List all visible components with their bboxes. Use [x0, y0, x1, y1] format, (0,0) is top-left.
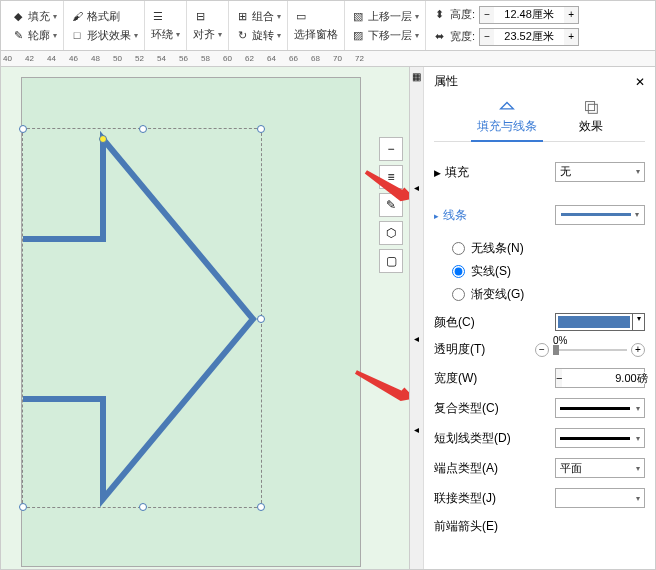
fill-button[interactable]: ◆填充▾	[11, 9, 57, 24]
arrow-shape[interactable]	[23, 139, 253, 499]
group-button[interactable]: ⊞组合▾	[235, 9, 281, 24]
send-backward-button[interactable]: ▨下移一层▾	[351, 28, 419, 43]
brush-icon: 🖌	[70, 9, 84, 23]
pane-icon: ▭	[294, 9, 308, 23]
wrap-button[interactable]: ☰	[151, 9, 180, 23]
cap-label: 端点类型(A)	[434, 460, 555, 477]
panel-title: 属性	[434, 73, 458, 90]
resize-handle-sw[interactable]	[19, 503, 27, 511]
transparency-slider[interactable]: − 0% +	[535, 343, 645, 357]
width-decrease-button[interactable]: −	[480, 29, 494, 45]
arrow-head-label: 前端箭头(E)	[434, 518, 645, 535]
height-increase-button[interactable]: +	[564, 7, 578, 23]
resize-handle-ne[interactable]	[257, 125, 265, 133]
effects-icon: □	[70, 28, 84, 42]
svg-rect-0	[585, 102, 594, 111]
group-icon: ⊞	[235, 9, 249, 23]
resize-handle-nw[interactable]	[19, 125, 27, 133]
width-value[interactable]	[494, 31, 564, 43]
fill-type-select[interactable]: 无▾	[555, 162, 645, 182]
panel-strip-arrow-icon[interactable]: ◂	[414, 333, 419, 344]
resize-handle-n[interactable]	[139, 125, 147, 133]
width-input[interactable]: − +	[479, 28, 579, 46]
transparency-label: 透明度(T)	[434, 341, 535, 358]
tab-effects[interactable]: 效果	[573, 96, 609, 137]
dash-label: 短划线类型(D)	[434, 430, 555, 447]
height-input[interactable]: − +	[479, 6, 579, 24]
effects-icon	[582, 98, 600, 116]
line-type-radios: 无线条(N) 实线(S) 渐变线(G)	[434, 240, 645, 303]
text-tool-button[interactable]: ▢	[379, 249, 403, 273]
format-painter-button[interactable]: 🖌格式刷	[70, 9, 138, 24]
dash-type-select[interactable]: ▾	[555, 428, 645, 448]
width-label: 宽度:	[450, 29, 475, 44]
compound-type-select[interactable]: ▾	[555, 398, 645, 418]
panel-sidebar: ▦ ◂ ◂ ◂	[410, 67, 424, 569]
compound-label: 复合类型(C)	[434, 400, 555, 417]
align-icon: ⊟	[193, 9, 207, 23]
radio-gradient-line[interactable]: 渐变线(G)	[452, 286, 645, 303]
resize-handle-e[interactable]	[257, 315, 265, 323]
forward-icon: ▧	[351, 9, 365, 23]
shape-effects-button[interactable]: □形状效果▾	[70, 28, 138, 43]
transparency-decrease[interactable]: −	[535, 343, 549, 357]
shape-tool-button[interactable]: ⬡	[379, 221, 403, 245]
align-button[interactable]: ⊟	[193, 9, 222, 23]
panel-strip-arrow-icon[interactable]: ◂	[414, 424, 419, 435]
panel-strip-icon[interactable]: ▦	[412, 71, 421, 82]
fill-section-header[interactable]: ▶填充	[434, 164, 469, 181]
page	[21, 77, 361, 567]
bring-forward-button[interactable]: ▧上移一层▾	[351, 9, 419, 24]
close-icon[interactable]: ✕	[635, 75, 645, 89]
cap-type-select[interactable]: 平面▾	[555, 458, 645, 478]
join-type-select[interactable]: ▾	[555, 488, 645, 508]
color-label: 颜色(C)	[434, 314, 555, 331]
collapse-button[interactable]: −	[379, 137, 403, 161]
height-label: 高度:	[450, 7, 475, 22]
pen-icon: ✎	[11, 28, 25, 42]
resize-handle-se[interactable]	[257, 503, 265, 511]
tab-fill-line[interactable]: 填充与线条	[471, 96, 543, 142]
rotate-button[interactable]: ↻旋转▾	[235, 28, 281, 43]
shape-selection[interactable]	[22, 128, 262, 508]
width-icon: ⬌	[432, 30, 446, 44]
height-decrease-button[interactable]: −	[480, 7, 494, 23]
line-width-spinner[interactable]: − +	[555, 368, 645, 388]
height-value[interactable]	[494, 9, 564, 21]
transparency-increase[interactable]: +	[631, 343, 645, 357]
radio-no-line[interactable]: 无线条(N)	[452, 240, 645, 257]
outline-button[interactable]: ✎轮廓▾	[11, 28, 57, 43]
adjust-handle[interactable]	[99, 135, 107, 143]
annotation-arrow-icon	[351, 367, 409, 407]
width-increase-button[interactable]: +	[564, 29, 578, 45]
svg-rect-1	[588, 104, 597, 113]
line-width-value[interactable]	[562, 372, 655, 384]
panel-strip-arrow-icon[interactable]: ◂	[414, 182, 419, 193]
join-label: 联接类型(J)	[434, 490, 555, 507]
horizontal-ruler: 404244 464850 525456 586062 646668 7072	[1, 51, 655, 67]
height-icon: ⬍	[432, 8, 446, 22]
radio-solid-line[interactable]: 实线(S)	[452, 263, 645, 280]
resize-handle-s[interactable]	[139, 503, 147, 511]
properties-panel: ▦ ◂ ◂ ◂ 属性 ✕ 填充与线条 效果 ▶	[409, 67, 655, 569]
line-color-picker[interactable]: ▾	[555, 313, 645, 331]
wrap-icon: ☰	[151, 9, 165, 23]
line-preview-select[interactable]: ▾	[555, 205, 645, 225]
top-toolbar: ◆填充▾ ✎轮廓▾ 🖌格式刷 □形状效果▾ ☰ 环绕▾ ⊟ 对齐▾ ⊞组合▾ ↻…	[1, 1, 655, 51]
annotation-arrow-icon	[361, 167, 409, 207]
canvas[interactable]: − ≡ ✎ ⬡ ▢	[1, 67, 409, 569]
select-pane-button[interactable]: ▭	[294, 9, 338, 23]
backward-icon: ▨	[351, 28, 365, 42]
paint-bucket-icon: ◆	[11, 9, 25, 23]
fill-line-icon	[498, 98, 516, 116]
rotate-icon: ↻	[235, 28, 249, 42]
line-width-label: 宽度(W)	[434, 370, 555, 387]
line-section-header[interactable]: ▸线条	[434, 207, 467, 224]
